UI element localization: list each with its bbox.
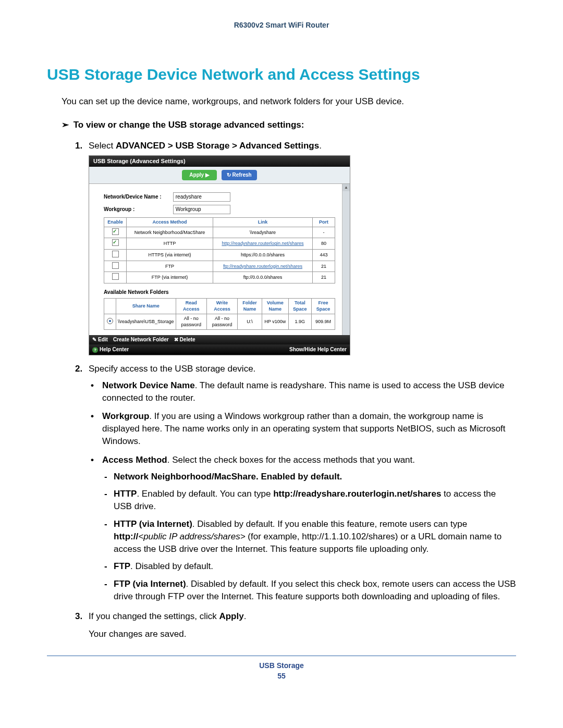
help-icon: ?: [92, 347, 98, 353]
access-method-table: Enable Access Method Link Port Network N…: [104, 217, 335, 283]
workgroup-label: Workgroup :: [104, 206, 172, 213]
network-device-name-input[interactable]: readyshare: [173, 192, 230, 202]
bullet-ndn: Network Device Name. The default name is…: [89, 379, 516, 404]
dash-ftp-internet: FTP (via Internet). Disabled by default.…: [102, 578, 516, 603]
access-row: FTPftp://readyshare.routerlogin.net/shar…: [104, 261, 335, 272]
page-footer: USB Storage 55: [47, 661, 516, 680]
dash-macshare: Network Neighborhood/MacShare. Enabled b…: [102, 471, 516, 483]
footer-rule: [47, 656, 516, 656]
action-bar: ✎Edit Create Network Folder ✖Delete: [89, 335, 350, 344]
chevron-right-icon: ➢: [62, 119, 71, 130]
show-hide-help-link[interactable]: Show/Hide Help Center: [289, 346, 347, 353]
enable-checkbox[interactable]: [112, 262, 119, 269]
window-title: USB Storage (Advanced Settings): [89, 156, 350, 167]
step-3: 3. If you changed the settings, click Ap…: [75, 610, 516, 640]
delete-button[interactable]: ✖Delete: [174, 336, 195, 343]
procedure-heading-text: To view or change the USB storage advanc…: [74, 120, 304, 130]
enable-checkbox[interactable]: [112, 251, 119, 257]
step-1: 1. Select ADVANCED > USB Storage > Advan…: [75, 140, 516, 355]
available-folders-heading: Available Network Folders: [104, 289, 335, 296]
bullet-access-method: Access Method. Select the check boxes fo…: [89, 454, 516, 603]
folder-row: \\readyshare\USB_Storage All - no passwo…: [104, 314, 335, 329]
running-header: R6300v2 Smart WiFi Router: [47, 21, 516, 29]
intro-text: You can set up the device name, workgrou…: [62, 96, 516, 108]
scroll-up-icon[interactable]: ▲: [342, 184, 350, 191]
apply-button[interactable]: Apply ▶: [182, 170, 217, 180]
enable-checkbox[interactable]: [112, 273, 119, 280]
help-bar: ?Help Center Show/Hide Help Center: [89, 344, 350, 355]
dash-http: HTTP. Enabled by default. You can type h…: [102, 488, 516, 513]
workgroup-input[interactable]: Workgroup: [173, 205, 230, 214]
bullet-workgroup: Workgroup. If you are using a Windows wo…: [89, 410, 516, 447]
settings-screenshot: USB Storage (Advanced Settings) Apply ▶ …: [89, 155, 350, 355]
create-folder-button[interactable]: Create Network Folder: [113, 336, 169, 343]
access-row: FTP (via internet)ftp://0.0.0.0/shares21: [104, 272, 335, 283]
scrollbar[interactable]: ▲: [342, 184, 350, 335]
edit-button[interactable]: ✎Edit: [92, 336, 108, 343]
procedure-heading: ➢ To view or change the USB storage adva…: [62, 119, 516, 130]
dash-http-internet: HTTP (via Internet). Disabled by default…: [102, 518, 516, 555]
dash-ftp: FTP. Disabled by default.: [102, 560, 516, 573]
delete-icon: ✖: [174, 336, 178, 343]
enable-checkbox[interactable]: [112, 239, 119, 246]
folder-radio[interactable]: [107, 318, 113, 324]
network-device-name-label: Network/Device Name :: [104, 193, 172, 201]
section-title: USB Storage Device Network and Access Se…: [47, 66, 516, 83]
access-row: HTTPS (via internet)https://0.0.0.0/shar…: [104, 249, 335, 261]
access-row: HTTPhttp://readyshare.routerlogin.net/sh…: [104, 238, 335, 250]
folders-table: Share Name Read Access Write Access Fold…: [104, 298, 335, 330]
toolbar: Apply ▶ ↻ Refresh: [89, 167, 350, 184]
refresh-button[interactable]: ↻ Refresh: [222, 170, 257, 180]
step-2: 2. Specify access to the USB storage dev…: [75, 363, 516, 603]
pencil-icon: ✎: [92, 336, 96, 343]
footer-section: USB Storage: [47, 661, 516, 670]
access-row: Network Neighborhood/MacShare\\readyshar…: [104, 227, 335, 238]
manual-page: R6300v2 Smart WiFi Router USB Storage De…: [0, 0, 563, 696]
page-number: 55: [47, 672, 516, 680]
enable-checkbox[interactable]: [112, 228, 119, 235]
